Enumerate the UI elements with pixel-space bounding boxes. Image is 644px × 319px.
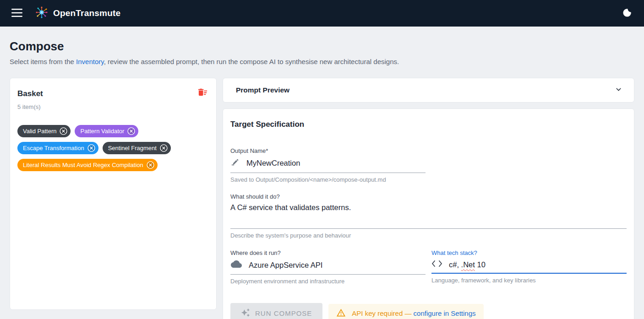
basket-chip: Sentinel Fragment	[103, 142, 171, 154]
prompt-preview-header[interactable]: Prompt Preview	[223, 78, 634, 103]
app-logo-icon	[35, 5, 49, 21]
misspelled-word: .Net	[461, 260, 475, 269]
remove-chip-button[interactable]	[160, 144, 168, 152]
chip-label: Valid Pattern	[23, 128, 56, 135]
code-brackets-icon	[431, 260, 442, 270]
basket-title: Basket	[17, 89, 43, 98]
remove-chip-button[interactable]	[127, 127, 135, 135]
tech-stack-field: What tech stack? c#, .Net 10 Language, f…	[431, 249, 627, 285]
chip-label: Pattern Validator	[80, 128, 124, 135]
remove-chip-button[interactable]	[147, 161, 154, 169]
close-icon	[87, 144, 95, 152]
output-name-value: MyNewCreation	[246, 159, 300, 168]
tech-stack-value: c#, .Net 10	[449, 260, 486, 269]
close-icon	[127, 127, 135, 135]
prompt-preview-title: Prompt Preview	[236, 86, 289, 94]
warning-text: API key required —	[352, 309, 413, 317]
purpose-label: What should it do?	[230, 193, 627, 200]
warning-triangle-icon	[336, 308, 346, 319]
target-spec-panel: Target Specification Output Name* MyNewC…	[223, 108, 634, 319]
hamburger-icon	[11, 8, 23, 19]
basket-panel: Basket 5 item(s) Valid Pattern Pattern V	[10, 78, 217, 310]
cloud-icon	[230, 260, 242, 270]
app-title: OpenTransmute	[53, 8, 120, 18]
sparkles-icon	[241, 308, 250, 319]
purpose-value: A C# service that validates patterns.	[230, 203, 351, 211]
theme-toggle-button[interactable]	[620, 6, 634, 21]
subtitle-prefix: Select items from the	[10, 58, 76, 65]
basket-chip: Literal Results Must Avoid Regex Compila…	[17, 159, 158, 171]
trash-sweep-icon	[197, 92, 208, 99]
environment-label: Where does it run?	[230, 249, 426, 256]
purpose-field: What should it do? A C# service that val…	[230, 193, 627, 239]
environment-helper: Deployment environment and infrastructur…	[230, 278, 426, 285]
output-name-helper: Saved to Output/Composition/<name>/compo…	[230, 176, 426, 183]
environment-input[interactable]: Azure AppService API	[230, 256, 426, 275]
close-icon	[160, 144, 168, 152]
page-title: Compose	[10, 39, 634, 54]
remove-chip-button[interactable]	[87, 144, 95, 152]
api-key-warning: API key required — configure in Settings	[328, 304, 483, 319]
chip-label: Escape Transformation	[23, 145, 84, 151]
pencil-icon	[230, 157, 240, 169]
output-name-input[interactable]: MyNewCreation	[230, 154, 426, 173]
output-name-label: Output Name*	[230, 147, 426, 154]
chip-label: Sentinel Fragment	[108, 145, 157, 151]
subtitle-suffix: , review the assembled prompt, then run …	[104, 58, 399, 65]
chevron-down-icon[interactable]	[615, 86, 622, 95]
run-compose-label: RUN COMPOSE	[255, 309, 312, 317]
environment-field: Where does it run? Azure AppService API …	[230, 249, 426, 285]
settings-link[interactable]: configure in Settings	[414, 309, 476, 317]
basket-chip: Escape Transformation	[17, 142, 98, 154]
target-spec-title: Target Specification	[230, 120, 627, 129]
tech-stack-label: What tech stack?	[431, 249, 627, 256]
basket-chip-list: Valid Pattern Pattern Validator Escape T…	[17, 125, 209, 171]
close-icon	[147, 161, 154, 169]
tech-stack-input[interactable]: c#, .Net 10	[431, 256, 627, 274]
moon-icon	[622, 8, 632, 19]
basket-chip: Valid Pattern	[17, 125, 71, 137]
menu-button[interactable]	[10, 6, 24, 21]
clear-basket-button[interactable]	[196, 86, 209, 100]
page-subtitle: Select items from the Inventory, review …	[10, 58, 634, 65]
close-icon	[60, 127, 67, 135]
output-name-field: Output Name* MyNewCreation Saved to Outp…	[230, 147, 426, 183]
chip-label: Literal Results Must Avoid Regex Compila…	[23, 162, 143, 168]
run-compose-button[interactable]: RUN COMPOSE	[230, 303, 322, 319]
environment-value: Azure AppService API	[249, 261, 322, 270]
tech-stack-helper: Language, framework, and key libraries	[431, 277, 627, 284]
app-navbar: OpenTransmute	[0, 0, 644, 27]
inventory-link[interactable]: Inventory	[76, 58, 104, 65]
remove-chip-button[interactable]	[60, 127, 67, 135]
basket-count: 5 item(s)	[17, 103, 209, 110]
basket-chip: Pattern Validator	[75, 125, 138, 137]
purpose-input[interactable]: A C# service that validates patterns.	[230, 200, 627, 229]
purpose-helper: Describe the system's purpose and behavi…	[230, 232, 627, 239]
